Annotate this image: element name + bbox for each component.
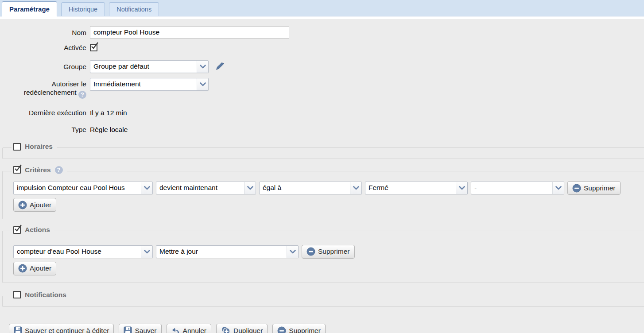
type-value: Règle locale <box>90 126 128 134</box>
last-execution-value: Il y a 12 min <box>90 109 127 117</box>
enabled-label: Activée <box>0 43 90 52</box>
chevron-down-icon <box>197 78 208 90</box>
notifications-checkbox[interactable] <box>13 291 21 298</box>
chevron-down-icon <box>141 246 152 258</box>
last-execution-label: Dernière exécution <box>0 108 90 117</box>
help-icon[interactable] <box>55 166 63 174</box>
action-device-select[interactable]: compteur d'eau Pool House <box>13 245 153 258</box>
duplicate-button[interactable]: Dupliquer <box>216 324 268 333</box>
plus-circle-icon <box>18 264 27 273</box>
type-label: Type <box>0 125 90 134</box>
tab-notifications[interactable]: Notifications <box>109 2 159 16</box>
cancel-button[interactable]: Annuler <box>167 324 211 333</box>
actions-legend: Actions <box>25 226 50 234</box>
criteria-operator-select[interactable]: égal à <box>259 182 362 194</box>
section-actions: Actions compteur d'eau Pool House Mettre… <box>2 231 644 283</box>
chevron-down-icon <box>552 182 564 194</box>
horaires-legend: Horaires <box>25 143 53 151</box>
section-horaires: Horaires <box>2 147 644 159</box>
footer-button-bar: Sauver et continuer à éditer Sauver Annu… <box>9 324 644 333</box>
name-input[interactable] <box>90 26 289 39</box>
criteres-legend: Critères <box>25 166 51 174</box>
horaires-checkbox[interactable] <box>13 143 21 151</box>
chevron-down-icon <box>456 182 467 194</box>
chevron-down-icon <box>287 246 298 258</box>
chevron-down-icon <box>197 61 208 73</box>
save-button[interactable]: Sauver <box>119 324 161 333</box>
tab-parametrage[interactable]: Paramétrage <box>2 1 57 16</box>
section-notifications: Notifications <box>2 296 644 307</box>
delete-button[interactable]: Supprimer <box>272 324 326 333</box>
undo-icon <box>171 327 180 333</box>
chevron-down-icon <box>350 182 361 194</box>
section-criteres: Critères impulsion Compteur eau Pool Hou… <box>2 171 644 220</box>
floppy-icon <box>124 326 132 333</box>
criteria-value-select[interactable]: Fermé <box>365 182 468 194</box>
minus-circle-icon <box>572 184 581 193</box>
floppy-icon <box>14 326 22 333</box>
minus-circle-icon <box>277 326 286 333</box>
action-add-button[interactable]: Ajouter <box>13 262 56 275</box>
retrigger-label: Autoriser le redéclenchement <box>0 78 90 99</box>
criteria-trigger-select[interactable]: devient maintenant <box>156 182 256 194</box>
tab-historique[interactable]: Historique <box>61 2 105 16</box>
retrigger-select[interactable]: Immédiatement <box>90 78 209 91</box>
chevron-down-icon <box>141 182 152 194</box>
action-delete-button[interactable]: Supprimer <box>302 245 355 259</box>
criteria-delete-button[interactable]: Supprimer <box>567 181 621 195</box>
duplicate-icon <box>221 326 231 333</box>
action-command-select[interactable]: Mettre à jour <box>156 245 299 258</box>
edit-group-pencil-icon[interactable] <box>214 62 225 72</box>
minus-circle-icon <box>306 247 315 256</box>
actions-checkbox[interactable] <box>13 226 21 234</box>
settings-form: Nom Activée Groupe Groupe par défaut <box>0 19 644 333</box>
save-and-continue-button[interactable]: Sauver et continuer à éditer <box>9 324 114 333</box>
group-select[interactable]: Groupe par défaut <box>90 60 209 73</box>
criteria-extra-select[interactable]: - <box>471 182 564 194</box>
plus-circle-icon <box>18 201 27 209</box>
notifications-legend: Notifications <box>25 291 66 299</box>
criteria-device-select[interactable]: impulsion Compteur eau Pool Hous <box>13 182 153 194</box>
chevron-down-icon <box>244 182 256 194</box>
criteria-add-button[interactable]: Ajouter <box>13 198 56 212</box>
help-icon[interactable] <box>78 91 86 99</box>
criteres-checkbox[interactable] <box>13 166 21 174</box>
name-label: Nom <box>0 28 90 37</box>
tab-bar: Paramétrage Historique Notifications <box>0 0 644 16</box>
rule-settings-page: Paramétrage Historique Notifications Nom… <box>0 0 644 333</box>
enabled-checkbox[interactable] <box>90 44 97 51</box>
group-label: Groupe <box>0 62 90 71</box>
